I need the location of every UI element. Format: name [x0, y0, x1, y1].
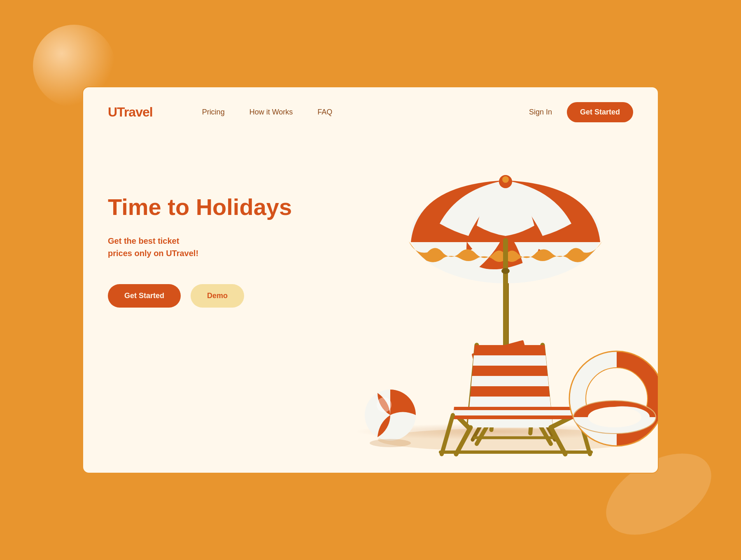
navbar: UTravel Pricing How it Works FAQ Sign In… [83, 87, 658, 137]
hero-section: Time to Holidays Get the best ticketpric… [108, 194, 292, 308]
svg-rect-32 [464, 376, 555, 386]
nav-right: Sign In Get Started [529, 102, 633, 122]
hero-title: Time to Holidays [108, 194, 292, 220]
hero-get-started-button[interactable]: Get Started [108, 284, 181, 308]
svg-rect-41 [450, 410, 582, 415]
logo[interactable]: UTravel [108, 105, 153, 120]
svg-point-5 [501, 268, 510, 274]
svg-rect-33 [464, 397, 555, 407]
svg-point-7 [502, 176, 509, 183]
nav-faq[interactable]: FAQ [317, 108, 332, 117]
nav-links: Pricing How it Works FAQ [202, 108, 529, 117]
hero-demo-button[interactable]: Demo [191, 284, 244, 308]
svg-rect-31 [464, 355, 555, 366]
svg-point-54 [377, 397, 391, 412]
nav-how-it-works[interactable]: How it Works [249, 108, 293, 117]
hero-buttons: Get Started Demo [108, 284, 292, 308]
svg-point-51 [588, 407, 641, 427]
hero-subtitle: Get the best ticketprices only on UTrave… [108, 235, 292, 259]
sign-in-link[interactable]: Sign In [529, 108, 552, 117]
svg-point-55 [370, 439, 411, 447]
beach-scene [329, 143, 658, 473]
main-card: UTravel Pricing How it Works FAQ Sign In… [82, 86, 659, 474]
nav-get-started-button[interactable]: Get Started [567, 102, 633, 122]
nav-pricing[interactable]: Pricing [202, 108, 225, 117]
